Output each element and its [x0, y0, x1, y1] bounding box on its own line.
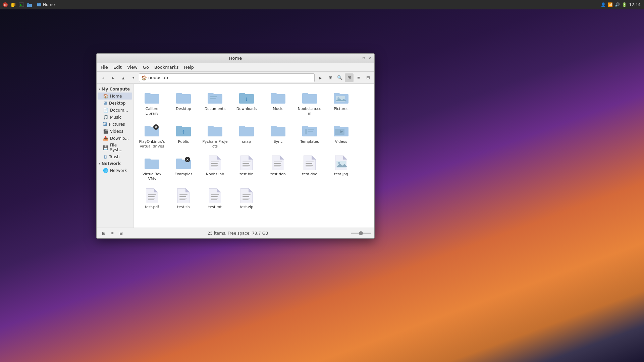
sidebar-item-videos[interactable]: 🎬 Videos: [98, 128, 132, 135]
sidebar-item-downloads[interactable]: 📥 Downlo...: [98, 135, 132, 142]
list-item[interactable]: NoobsLab: [200, 153, 230, 184]
sidebar-item-documents[interactable]: 📄 Docum...: [98, 107, 132, 114]
svg-rect-84: [211, 196, 218, 197]
file-item-name: Desktop: [176, 107, 191, 111]
svg-text:⊞: ⊞: [4, 3, 7, 7]
folder-icon-wrap: [238, 122, 255, 138]
up-button[interactable]: ▴: [119, 73, 127, 82]
list-item[interactable]: test.pdf: [137, 185, 167, 212]
list-item[interactable]: Pictures: [326, 87, 356, 119]
compact-view-button[interactable]: ⊟: [364, 73, 372, 82]
location-bar[interactable]: 🏠 noobslab: [139, 73, 315, 82]
statusbar-icon-view-button[interactable]: ⊞: [100, 230, 107, 237]
back-button[interactable]: ◂: [99, 73, 107, 82]
close-button[interactable]: ✕: [367, 56, 372, 61]
sidebar-item-network-label: Network: [110, 168, 127, 173]
list-item[interactable]: Videos: [326, 120, 356, 152]
sidebar-item-music[interactable]: 🎵 Music: [98, 114, 132, 121]
sidebar-item-trash-label: Trash: [109, 155, 120, 159]
list-item[interactable]: Documents: [200, 87, 230, 119]
taskbar-left: ⊞ $_ Home: [0, 1, 59, 8]
zoom-slider[interactable]: [351, 233, 371, 234]
network-section[interactable]: ▾ Network: [97, 160, 133, 167]
list-item[interactable]: ✕ PlayOnLinux's virtual drives: [137, 120, 167, 152]
menu-bookmarks[interactable]: Bookmarks: [152, 64, 181, 70]
menu-go[interactable]: Go: [140, 64, 152, 70]
menu-help[interactable]: Help: [181, 64, 197, 70]
file-item-name: Calibre Library: [139, 107, 165, 116]
zoom-control: [351, 233, 371, 234]
list-item[interactable]: test.jpg: [326, 153, 356, 184]
list-item[interactable]: ↑ Public: [168, 120, 199, 152]
file-icon-wrap: [238, 155, 255, 171]
icon-view-button[interactable]: ⊞: [345, 73, 354, 82]
list-item[interactable]: test.doc: [294, 153, 325, 184]
folder-icon-wrap: ✕: [144, 122, 160, 138]
folder-icon-wrap: [144, 155, 160, 171]
network-sidebar-icon: 🌐: [103, 168, 108, 173]
svg-rect-13: [176, 93, 182, 97]
list-item[interactable]: NoobsLab.com: [294, 87, 325, 119]
wifi-icon: 📶: [608, 2, 613, 7]
list-item[interactable]: snap: [231, 120, 262, 152]
location-toggle-button[interactable]: ◂: [129, 73, 138, 82]
volume-icon: 🔊: [615, 2, 620, 7]
maximize-button[interactable]: □: [361, 56, 366, 61]
file-item-name: NoobsLab.com: [296, 107, 323, 116]
zoom-fit-button[interactable]: ⊞: [326, 73, 335, 82]
sidebar-item-videos-label: Videos: [110, 129, 123, 134]
window-controls: _ □ ✕: [355, 56, 372, 61]
list-item[interactable]: test.deb: [263, 153, 293, 184]
file-item-name: Downloads: [236, 107, 257, 111]
list-item[interactable]: ↓ Downloads: [231, 87, 262, 119]
menu-file[interactable]: File: [98, 64, 111, 70]
menu-view[interactable]: View: [124, 64, 140, 70]
minimize-button[interactable]: _: [355, 56, 360, 61]
file-icon-wrap: [238, 188, 255, 204]
list-item[interactable]: test.bin: [231, 153, 262, 184]
svg-rect-88: [243, 196, 249, 197]
list-item[interactable]: Desktop: [168, 87, 199, 119]
my-computer-section[interactable]: ▾ My Compute: [97, 86, 133, 93]
sidebar-item-network[interactable]: 🌐 Network: [98, 167, 132, 174]
menubar: File Edit View Go Bookmarks Help: [97, 63, 374, 72]
file-icon-wrap: [175, 188, 192, 204]
statusbar-compact-view-button[interactable]: ⊟: [117, 230, 125, 237]
sidebar-item-home[interactable]: 🏠 Home: [98, 93, 132, 100]
list-item[interactable]: Templates: [294, 120, 325, 152]
list-item[interactable]: ✕ Examples: [168, 153, 199, 184]
list-item[interactable]: Sync: [263, 120, 293, 152]
list-item[interactable]: Calibre Library: [137, 87, 167, 119]
terminal-icon[interactable]: $_: [18, 1, 25, 8]
search-button[interactable]: 🔍: [335, 73, 344, 82]
list-item[interactable]: test.txt: [200, 185, 230, 212]
taskbar-right: 👤 📶 🔊 🔋 12:14: [597, 2, 644, 7]
svg-rect-70: [306, 163, 312, 164]
location-next-button[interactable]: ▸: [316, 73, 325, 82]
sidebar-item-pictures[interactable]: 🖼 Pictures: [98, 121, 132, 128]
sidebar-item-filesystem[interactable]: 💾 File Syst...: [98, 142, 132, 153]
list-item[interactable]: VirtualBox VMs: [137, 153, 167, 184]
list-item[interactable]: test.sh: [168, 185, 199, 212]
pictures-sidebar-icon: 🖼: [103, 122, 107, 127]
svg-rect-83: [211, 194, 219, 195]
file-item-name: test.txt: [208, 205, 222, 209]
svg-rect-86: [211, 199, 217, 200]
list-item[interactable]: test.zip: [231, 185, 262, 212]
svg-rect-45: [308, 129, 314, 130]
svg-rect-67: [274, 165, 281, 166]
app-menu-icon[interactable]: ⊞: [2, 1, 9, 8]
svg-rect-52: [145, 159, 151, 162]
sidebar: ▾ My Compute 🏠 Home 🖥 Desktop 📄 Docum...…: [97, 84, 133, 228]
menu-edit[interactable]: Edit: [111, 64, 124, 70]
list-item[interactable]: Music: [263, 87, 293, 119]
svg-rect-58: [211, 163, 218, 164]
forward-button[interactable]: ▸: [109, 73, 117, 82]
files-icon[interactable]: [10, 1, 17, 8]
statusbar-list-view-button[interactable]: ≡: [109, 230, 116, 237]
folder-taskbar-icon[interactable]: [26, 1, 33, 8]
sidebar-item-desktop[interactable]: 🖥 Desktop: [98, 100, 132, 107]
sidebar-item-trash[interactable]: 🗑 Trash: [98, 153, 132, 160]
list-item[interactable]: PycharmProjects: [200, 120, 230, 152]
list-view-button[interactable]: ≡: [354, 73, 363, 82]
